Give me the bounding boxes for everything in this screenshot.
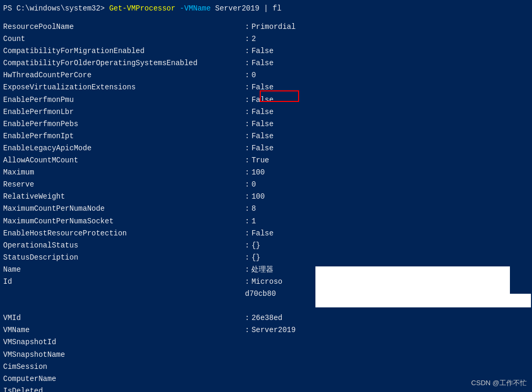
property-key: VMName	[3, 324, 245, 336]
property-value: 26e38ed	[251, 312, 282, 324]
property-sep: :	[245, 69, 249, 81]
property-sep: :	[245, 276, 249, 288]
property-value: 0	[251, 69, 255, 81]
table-row: EnablePerfmonIpt: False	[3, 130, 529, 142]
property-sep: :	[245, 118, 249, 130]
table-row: EnablePerfmonPebs: False	[3, 118, 529, 130]
prompt-cmd: Get-VMProcessor	[109, 4, 176, 13]
table-row: CompatibilityForOlderOperatingSystemsEna…	[3, 57, 529, 69]
table-row: Maximum: 100	[3, 167, 529, 179]
property-key: VMId	[3, 312, 245, 324]
prompt-ps: PS C:\windows\system32>	[3, 4, 109, 13]
property-key: Name	[3, 264, 245, 276]
property-value: Server2019	[251, 324, 295, 336]
property-key: Maximum	[3, 167, 245, 179]
property-key: Id	[3, 276, 245, 288]
property-key: Count	[3, 33, 245, 45]
property-value: False	[251, 142, 273, 154]
property-sep: :	[245, 45, 249, 57]
property-sep: :	[245, 215, 249, 228]
property-value: 8	[251, 203, 255, 215]
table-row: EnableHostResourceProtection: False	[3, 228, 529, 240]
property-key: StatusDescription	[3, 252, 245, 264]
table-row: VMSnapshotName	[3, 349, 529, 361]
property-key: Reserve	[3, 179, 245, 191]
property-sep: :	[245, 179, 249, 191]
prompt-line: PS C:\windows\system32> Get-VMProcessor …	[3, 4, 529, 13]
table-row: VMName: Server2019	[3, 324, 529, 336]
property-value: Primordial	[251, 21, 295, 33]
property-sep: :	[245, 142, 249, 154]
table-row: EnablePerfmonPmu: False	[3, 94, 529, 106]
table-row: EnableLegacyApicMode: False	[3, 142, 529, 154]
property-value: 处理器	[251, 264, 273, 276]
property-key-blank	[3, 288, 245, 300]
property-sep: :	[245, 57, 249, 69]
table-row: CimSession	[3, 361, 529, 373]
property-sep: :	[245, 167, 249, 179]
property-key: EnableLegacyApicMode	[3, 142, 245, 154]
property-value: False	[251, 45, 273, 57]
table-row: CompatibilityForMigrationEnabled: False	[3, 45, 529, 57]
property-sep: :	[245, 81, 249, 94]
property-key: EnableHostResourceProtection	[3, 228, 245, 240]
property-value: False	[251, 130, 273, 142]
property-value: 0	[251, 179, 255, 191]
property-value: True	[251, 154, 269, 167]
watermark: CSDN @工作不忙	[471, 378, 527, 388]
property-value: False	[251, 57, 273, 69]
table-row: EnablePerfmonLbr: False	[3, 106, 529, 118]
property-key: EnablePerfmonPebs	[3, 118, 245, 130]
property-value: False	[251, 94, 273, 106]
property-key: CimSession	[3, 361, 245, 373]
property-key: ExposeVirtualizationExtensions	[3, 81, 245, 94]
property-key: HwThreadCountPerCore	[3, 69, 245, 81]
table-row: VMSnapshotId	[3, 336, 529, 348]
table-row: OperationalStatus: {}	[3, 240, 529, 252]
table-row: MaximumCountPerNumaSocket: 1	[3, 215, 529, 228]
property-value: 1	[251, 215, 255, 228]
property-sep: :	[245, 264, 249, 276]
table-row: Reserve: 0	[3, 179, 529, 191]
property-key: ResourcePoolName	[3, 21, 245, 33]
property-sep: :	[245, 191, 249, 203]
property-sep: :	[245, 33, 249, 45]
property-key: VMSnapshotName	[3, 349, 245, 361]
property-sep: :	[245, 130, 249, 142]
property-key: CompatibilityForMigrationEnabled	[3, 45, 245, 57]
property-value: False	[251, 106, 273, 118]
property-value: 100	[251, 191, 264, 203]
property-value: 2	[251, 33, 255, 45]
table-row: MaximumCountPerNumaNode: 8	[3, 203, 529, 215]
property-key: ComputerName	[3, 373, 245, 385]
table-row: HwThreadCountPerCore: 0	[3, 69, 529, 81]
property-key: RelativeWeight	[3, 191, 245, 203]
property-value-cont: d70cb80	[245, 288, 276, 300]
property-value: False	[251, 118, 273, 130]
property-sep: :	[245, 94, 249, 106]
property-key: IsDeleted	[3, 385, 245, 392]
table-row: ComputerName	[3, 373, 529, 385]
property-value: {}	[251, 252, 260, 264]
properties-table: ResourcePoolName: PrimordialCount: 2Comp…	[3, 21, 529, 392]
property-value: Microso	[251, 276, 282, 288]
prompt-pipe: | fl	[259, 4, 281, 13]
table-row: RelativeWeight: 100	[3, 191, 529, 203]
table-row: ExposeVirtualizationExtensions: False	[3, 81, 529, 94]
prompt-param-name: -VMName	[176, 4, 211, 13]
property-value: 100	[251, 167, 264, 179]
property-key: CompatibilityForOlderOperatingSystemsEna…	[3, 57, 245, 69]
property-value: False	[251, 81, 273, 94]
property-key: EnablePerfmonLbr	[3, 106, 245, 118]
terminal-window: PS C:\windows\system32> Get-VMProcessor …	[0, 0, 532, 392]
property-key: MaximumCountPerNumaSocket	[3, 215, 245, 228]
property-key: MaximumCountPerNumaNode	[3, 203, 245, 215]
property-key: OperationalStatus	[3, 240, 245, 252]
property-sep: :	[245, 240, 249, 252]
property-key: EnablePerfmonIpt	[3, 130, 245, 142]
redacted-overlay-id	[315, 266, 510, 294]
property-sep: :	[245, 154, 249, 167]
table-row: Count: 2	[3, 33, 529, 45]
prompt-param-value: Server2019	[211, 4, 259, 13]
property-sep: :	[245, 106, 249, 118]
